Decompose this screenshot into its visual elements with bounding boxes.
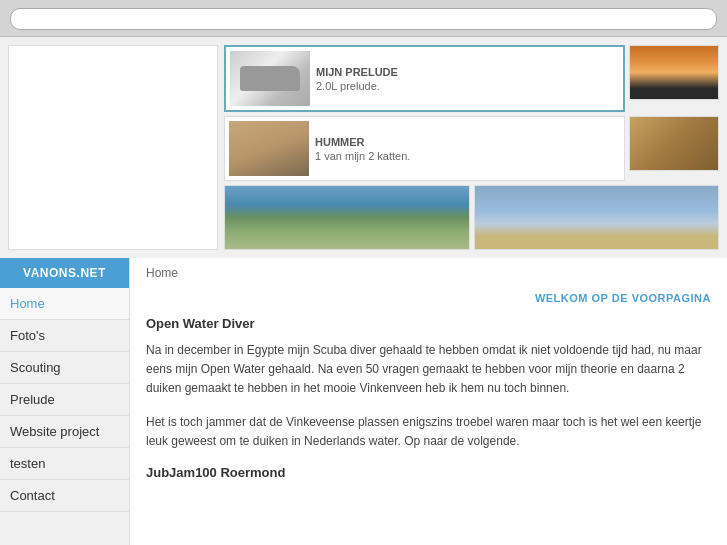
sidebar-item-fotos[interactable]: Foto's [0,320,129,352]
thumb-hands [629,116,719,171]
gallery-item-desc-prelude: 2.0L prelude. [316,80,619,92]
thumb-prelude [230,51,310,106]
sidebar-item-label-scouting: Scouting [10,360,61,375]
main-content: VANONS.NET Home Foto's Scouting Prelude … [0,258,727,545]
gallery-item-prelude[interactable]: MIJN PRELUDE 2.0L prelude. [224,45,625,112]
gallery-left-panel [8,45,218,250]
section1-para1: Na in december in Egypte mijn Scuba dive… [146,341,711,399]
sidebar-item-prelude[interactable]: Prelude [0,384,129,416]
gallery-item-info-prelude: MIJN PRELUDE 2.0L prelude. [316,66,619,92]
sidebar-item-label-home: Home [10,296,45,311]
gallery-row-2: HUMMER 1 van mijn 2 katten. [224,116,719,181]
gallery-item-title-hummer: HUMMER [315,136,620,148]
sidebar-item-testen[interactable]: testen [0,448,129,480]
gallery-item-hummer[interactable]: HUMMER 1 van mijn 2 katten. [224,116,625,181]
gallery-right-panel: MIJN PRELUDE 2.0L prelude. HUMMER 1 va [224,45,719,250]
top-gallery: MIJN PRELUDE 2.0L prelude. HUMMER 1 va [0,37,727,258]
sidebar: VANONS.NET Home Foto's Scouting Prelude … [0,258,130,545]
gallery-row-3 [224,185,719,250]
sidebar-item-home[interactable]: Home [0,288,129,320]
gallery-item-title-prelude: MIJN PRELUDE [316,66,619,78]
sidebar-item-label-contact: Contact [10,488,55,503]
sidebar-item-label-testen: testen [10,456,45,471]
section2-title: JubJam100 Roermond [146,465,711,480]
sidebar-item-label-fotos: Foto's [10,328,45,343]
sidebar-item-contact[interactable]: Contact [0,480,129,512]
page-wrapper: MIJN PRELUDE 2.0L prelude. HUMMER 1 va [0,37,727,545]
thumb-hummer [229,121,309,176]
sidebar-item-website-project[interactable]: Website project [0,416,129,448]
breadcrumb: Home [146,266,711,284]
thumb-landscape[interactable] [224,185,470,250]
sidebar-item-label-prelude: Prelude [10,392,55,407]
gallery-item-info-hummer: HUMMER 1 van mijn 2 katten. [315,136,620,162]
thumb-sunset [629,45,719,100]
cat-image [229,121,309,176]
sidebar-item-scouting[interactable]: Scouting [0,352,129,384]
page-content: Home WELKOM OP DE VOORPAGINA Open Water … [130,258,727,545]
sidebar-header: VANONS.NET [0,258,129,288]
thumb-silhouette[interactable] [474,185,720,250]
browser-chrome [0,0,727,37]
address-bar[interactable] [10,8,717,30]
car-image [230,51,310,106]
section1-title: Open Water Diver [146,316,711,331]
section1-para2: Het is toch jammer dat de Vinkeveense pl… [146,413,711,451]
sidebar-item-label-website-project: Website project [10,424,99,439]
gallery-item-desc-hummer: 1 van mijn 2 katten. [315,150,620,162]
welcome-text: WELKOM OP DE VOORPAGINA [146,292,711,304]
gallery-row-1: MIJN PRELUDE 2.0L prelude. [224,45,719,112]
